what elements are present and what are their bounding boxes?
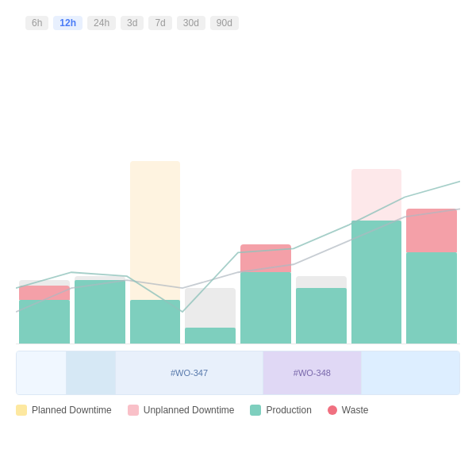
time-filter-6h[interactable]: 6h	[25, 16, 48, 30]
bar-group-2	[75, 43, 125, 344]
time-filter-30d[interactable]: 30d	[177, 16, 205, 30]
time-filter-24h[interactable]: 24h	[87, 16, 116, 30]
bar-group-4	[185, 43, 236, 344]
legend-dot-waste	[328, 405, 337, 415]
time-filter-group: 6h12h24h3d7d30d90d	[25, 16, 239, 30]
legend-item-waste: Waste	[328, 405, 369, 416]
timeline-segment-0[interactable]	[17, 351, 67, 394]
bar-production-3	[130, 300, 181, 344]
bar-group-1	[19, 43, 70, 344]
timeline: #WO-347#WO-348	[16, 351, 460, 395]
bar-stack-8	[406, 209, 457, 344]
bar-stack-2	[75, 280, 125, 344]
bars-container	[16, 43, 460, 344]
bar-production-5	[240, 272, 291, 344]
bar-group-7	[351, 43, 402, 344]
time-filter-7d[interactable]: 7d	[148, 16, 171, 30]
legend-label-waste: Waste	[342, 405, 369, 416]
legend-dot-planned_downtime	[16, 405, 27, 416]
bar-production-4	[185, 328, 236, 344]
bar-stack-4	[185, 328, 236, 344]
legend-label-unplanned_downtime: Unplanned Downtime	[144, 405, 235, 416]
bar-production-1	[19, 300, 70, 344]
legend-label-production: Production	[266, 405, 311, 416]
bar-stack-3	[130, 300, 181, 344]
chart-area	[16, 43, 460, 344]
bar-group-8	[406, 43, 457, 344]
bar-group-6	[296, 43, 347, 344]
bar-group-5	[240, 43, 291, 344]
timeline-segment-2[interactable]: #WO-347	[116, 351, 263, 394]
bar-production-8	[406, 252, 457, 344]
time-filter-3d[interactable]: 3d	[121, 16, 144, 30]
time-filter-12h[interactable]: 12h	[53, 16, 83, 30]
bar-production-7	[351, 221, 402, 344]
legend-dot-unplanned_downtime	[128, 405, 139, 416]
bar-waste-5	[240, 244, 291, 272]
bar-waste-8	[406, 209, 457, 252]
legend-label-planned_downtime: Planned Downtime	[32, 405, 112, 416]
legend-item-planned_downtime: Planned Downtime	[16, 405, 112, 416]
bar-group-3	[130, 43, 181, 344]
bar-stack-1	[19, 286, 70, 344]
legend-item-unplanned_downtime: Unplanned Downtime	[128, 405, 235, 416]
legend-item-production: Production	[250, 405, 311, 416]
bar-stack-7	[351, 221, 402, 344]
bar-production-6	[296, 288, 347, 344]
bar-stack-5	[240, 244, 291, 344]
bar-waste-1	[19, 286, 70, 300]
page-header: 6h12h24h3d7d30d90d	[16, 16, 460, 30]
legend: Planned DowntimeUnplanned DowntimeProduc…	[16, 405, 460, 416]
legend-dot-production	[250, 405, 261, 416]
timeline-segment-1[interactable]	[67, 351, 117, 394]
timeline-segment-4[interactable]	[362, 351, 459, 394]
bar-stack-6	[296, 288, 347, 344]
time-filter-90d[interactable]: 90d	[210, 16, 239, 30]
timeline-segment-3[interactable]: #WO-348	[263, 351, 362, 394]
bar-production-2	[75, 280, 125, 344]
